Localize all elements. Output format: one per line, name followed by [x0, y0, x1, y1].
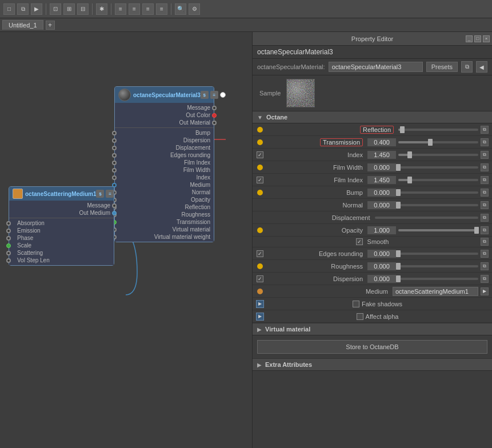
toolbar-icon-search[interactable]: 🔍	[175, 3, 186, 15]
toolbar-icon-8[interactable]: ≡	[115, 3, 126, 15]
node-scatter-medium[interactable]: octaneScatteringMedium1 $ ≡ Message Out …	[9, 186, 114, 266]
slider-thumb-bump[interactable]	[396, 189, 401, 196]
prop-checkbox-film-index[interactable]: ✓	[257, 177, 263, 183]
toolbar-icon-6[interactable]: ⊟	[77, 3, 89, 15]
slider-index[interactable]	[398, 154, 478, 156]
node-specular-icon-s[interactable]: $	[201, 91, 209, 99]
port-scale[interactable]	[6, 243, 11, 248]
toolbar-icon-3[interactable]: ▶	[31, 3, 42, 15]
prop-slider-normal[interactable]	[398, 204, 478, 206]
prop-value-film-width[interactable]: 0.000	[367, 163, 396, 171]
prop-slider-film-index[interactable]	[398, 179, 478, 181]
prop-value-film-index[interactable]: 1.450	[367, 176, 396, 184]
prop-end-icon-dispersion[interactable]: ⧉	[481, 275, 489, 283]
slider-opacity[interactable]	[398, 229, 478, 231]
toolbar-icon-10[interactable]: ≡	[142, 3, 154, 15]
store-to-octanedb-button[interactable]: Store to OctaneDB	[257, 340, 487, 354]
prop-end-icon-displacement[interactable]: ⧉	[481, 214, 489, 222]
pe-ctrl-minimize[interactable]: _	[466, 35, 473, 42]
section-extra-header[interactable]: ▶ Extra Attributes	[253, 359, 492, 371]
pe-ctrl-maximize[interactable]: □	[474, 35, 481, 42]
port-outmaterial[interactable]	[212, 121, 217, 125]
toolbar-icon-2[interactable]: ⧉	[17, 3, 29, 15]
toolbar-icon-9[interactable]: ≡	[129, 3, 140, 15]
section-virtual-material-header[interactable]: ▶ Virtual material	[253, 323, 492, 335]
prop-arrow-affect-alpha[interactable]: ▶	[256, 313, 264, 321]
slider-thumb-transmission[interactable]	[428, 139, 433, 146]
prop-value-normal[interactable]: 0.000	[367, 201, 396, 209]
prop-slider-roughness[interactable]	[398, 265, 478, 267]
prop-slider-bump[interactable]	[398, 191, 478, 194]
prop-value-roughness[interactable]: 0.000	[367, 262, 396, 270]
slider-thumb-opacity[interactable]	[474, 227, 479, 234]
prop-checkbox-smooth[interactable]: ✓	[356, 238, 363, 245]
slider-bump[interactable]	[398, 191, 478, 194]
prop-value-dispersion[interactable]: 0.000	[367, 275, 396, 283]
slider-thumb-reflection[interactable]	[400, 126, 405, 133]
section-octane-header[interactable]: ▼ Octane	[253, 111, 492, 123]
port-scattering[interactable]	[6, 251, 11, 255]
prop-arrow-fake-shadows[interactable]: ▶	[256, 300, 264, 308]
pe-ctrl-close[interactable]: ×	[483, 35, 490, 42]
prop-end-icon-medium[interactable]: ▶	[481, 287, 489, 295]
prop-checkbox-fake-shadows[interactable]	[353, 301, 359, 307]
toolbar-icon-11[interactable]: ≡	[156, 3, 167, 15]
prop-end-icon-film-width[interactable]: ⧉	[481, 163, 489, 171]
prop-end-icon-bump[interactable]: ⧉	[481, 189, 489, 197]
slider-reflection[interactable]	[398, 129, 478, 131]
prop-end-icon-reflection[interactable]: ⧉	[481, 126, 489, 134]
toolbar-icon-7[interactable]: ✱	[96, 3, 107, 15]
slider-thumb-film-width[interactable]	[396, 164, 401, 171]
prop-slider-displacement[interactable]	[375, 217, 479, 219]
port-outcolor[interactable]	[212, 113, 217, 118]
prop-slider-reflection[interactable]	[398, 129, 478, 131]
node-editor[interactable]: octaneSpecularMaterial3 $ ≡ Message Out …	[0, 32, 252, 448]
prop-text-value-medium[interactable]: octaneScatteringMedium1	[393, 287, 478, 296]
prop-end-icon-smooth[interactable]: ⧉	[481, 238, 489, 246]
port-film-width[interactable]	[112, 168, 117, 173]
prop-checkbox-edges-rounding[interactable]: ✓	[257, 250, 263, 257]
port-absorption[interactable]	[6, 221, 11, 226]
prop-end-icon-index[interactable]: ⧉	[481, 151, 489, 159]
pe-presets-button[interactable]: Presets	[426, 62, 458, 72]
toolbar-icon-1[interactable]: □	[3, 3, 15, 15]
prop-value-bump[interactable]: 0.000	[367, 189, 396, 197]
node-scatter-icon-s[interactable]: $	[96, 190, 104, 198]
port-volsteplen[interactable]	[6, 258, 11, 263]
prop-slider-opacity[interactable]	[398, 229, 478, 231]
pe-icon-btn-1[interactable]: ⧉	[461, 61, 473, 73]
toolbar-icon-4[interactable]: ⊡	[50, 3, 61, 15]
tab-add-button[interactable]: +	[46, 21, 55, 30]
port-index[interactable]	[112, 175, 117, 180]
prop-checkbox-index[interactable]: ✓	[257, 151, 263, 158]
tab-untitled1[interactable]: Untitled_1	[2, 20, 43, 30]
prop-end-icon-opacity[interactable]: ⧉	[481, 226, 489, 234]
slider-thumb-roughness[interactable]	[396, 263, 401, 270]
port-bump[interactable]	[112, 131, 117, 135]
node-scatter-icon-list[interactable]: ≡	[106, 190, 114, 198]
port-message-out[interactable]	[212, 106, 217, 110]
prop-value-index[interactable]: 1.450	[367, 151, 396, 159]
slider-thumb-normal[interactable]	[396, 202, 401, 209]
prop-value-opacity[interactable]: 1.000	[367, 226, 396, 234]
slider-displacement[interactable]	[375, 217, 479, 219]
prop-slider-index[interactable]	[398, 154, 478, 156]
port-film-index[interactable]	[112, 161, 117, 165]
port-scatter-message-out[interactable]	[112, 203, 117, 208]
port-emission[interactable]	[6, 229, 11, 233]
slider-normal[interactable]	[398, 204, 478, 206]
port-scatter-outmedium[interactable]	[112, 211, 117, 215]
slider-thumb-edges-rounding[interactable]	[396, 250, 401, 257]
port-dispersion[interactable]	[112, 138, 117, 143]
port-phase[interactable]	[6, 236, 11, 241]
node-specular-out-port[interactable]	[220, 92, 226, 98]
prop-slider-transmission[interactable]	[398, 141, 478, 143]
prop-end-icon-roughness[interactable]: ⧉	[481, 262, 489, 270]
prop-end-icon-transmission[interactable]: ⧉	[481, 138, 489, 146]
node-specular-icon-list[interactable]: ≡	[210, 91, 218, 99]
slider-dispersion[interactable]	[398, 278, 478, 280]
slider-roughness[interactable]	[398, 265, 478, 267]
slider-thumb-index[interactable]	[407, 151, 412, 158]
prop-checkbox-affect-alpha[interactable]	[357, 313, 363, 320]
slider-thumb-film-index[interactable]	[407, 177, 412, 183]
